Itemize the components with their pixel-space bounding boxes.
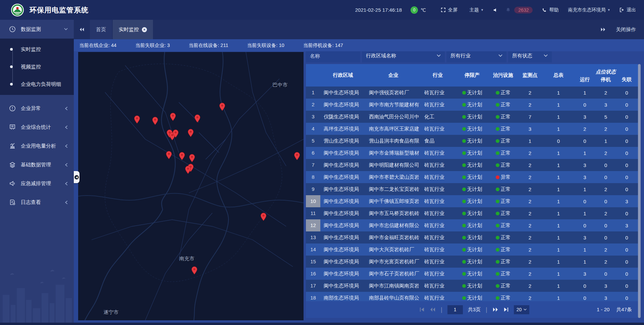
close-operations-button[interactable]: 关闭操作 — [616, 26, 636, 33]
map-pin[interactable] — [152, 117, 158, 125]
status-text: 正常 — [501, 259, 511, 264]
table-row[interactable]: 14阆中生态环境局阆中大兴页岩机砖厂砖瓦行业无计划正常21120 — [306, 243, 638, 256]
status-text: 无计划 — [467, 102, 482, 107]
notifications-button[interactable]: 2632 — [506, 7, 533, 13]
tab-label: 实时监控 — [119, 26, 139, 33]
status-text: 无计划 — [467, 162, 482, 168]
sidebar-group-1[interactable]: 企业异常 — [0, 99, 74, 118]
status-dot-ok-icon — [496, 272, 499, 276]
cell-industry: 砖瓦行业 — [421, 174, 454, 180]
city-skyline-decoration — [0, 265, 74, 325]
table-row[interactable]: 3仪陇生态环境局西南油气田分公司川中化工无计划正常71350 — [306, 111, 638, 123]
chevron-left-icon — [65, 125, 68, 129]
first-page-button[interactable] — [419, 307, 425, 312]
table-row[interactable]: 16阆中生态环境局阆中市石子页岩机砖厂砖瓦行业无计划正常21300 — [306, 268, 638, 280]
theme-dropdown[interactable]: 主题 ▾ — [470, 7, 483, 13]
status-text: 无计划 — [467, 90, 482, 95]
sidebar-group-6[interactable]: 日志查看 — [0, 193, 74, 212]
status-dot-ok-icon — [462, 151, 466, 155]
map-pin[interactable] — [134, 115, 140, 124]
sidebar-item-企业电力负荷明细[interactable]: 企业电力负荷明细 — [0, 75, 74, 93]
map-pin[interactable] — [179, 152, 185, 160]
map-pin[interactable] — [189, 154, 195, 162]
sidebar-item-视频监控[interactable]: 视频监控 — [0, 58, 74, 75]
table-row[interactable]: 2阆中生态环境局阆中市南方节能建材有砖瓦行业无计划正常21030 — [306, 99, 638, 111]
page-size-select[interactable]: 20 — [514, 305, 530, 314]
tab-首页[interactable]: 首页 — [90, 20, 112, 39]
cell-total-meters: 1 — [543, 102, 574, 108]
sidebar-submenu: 实时监控视频监控企业电力负荷明细 — [0, 39, 74, 95]
sidebar-group-0[interactable]: 数据监测 — [0, 20, 74, 39]
prev-page-button[interactable] — [430, 307, 436, 312]
cell-company: 阆中千佛镇五郎垭页岩 — [366, 198, 421, 205]
map-panel[interactable]: 巴中市南充市遂宁市 — [78, 52, 304, 320]
help-button[interactable]: 帮助 — [542, 7, 558, 13]
table-row[interactable]: 6阆中生态环境局阆中市金博瑞新型墙材砖瓦行业无计划正常21120 — [306, 147, 638, 159]
sidebar-item-实时监控[interactable]: 实时监控 — [0, 41, 74, 58]
app-window: 环保用电监管系统 2021-02-25 17:46:18 0 ℃ 全屏 主题 ▾… — [0, 0, 644, 325]
cell-pollution-facility: 正常 — [490, 283, 517, 289]
cell-region: 仪陇生态环境局 — [320, 114, 366, 120]
cell-industry: 砖瓦行业 — [421, 186, 454, 193]
sidebar-group-label: 基础数据管理 — [21, 162, 51, 168]
map-pin[interactable] — [172, 129, 179, 138]
cell-region: 阆中生态环境局 — [320, 90, 366, 96]
status-text: 正常 — [501, 186, 511, 192]
table-row[interactable]: 15阆中生态环境局阆中市光富页岩机砖厂砖瓦行业无计划正常21120 — [306, 256, 638, 268]
next-page-button[interactable] — [492, 307, 498, 312]
row-number: 6 — [306, 147, 320, 159]
bar-chart-icon — [9, 142, 16, 150]
close-icon[interactable]: × — [142, 27, 147, 32]
table-row[interactable]: 11阆中生态环境局阆中市五马桥页岩机砖砖瓦行业无计划正常21120 — [306, 207, 638, 219]
map-pin[interactable] — [294, 152, 300, 160]
sound-mute-button[interactable] — [493, 8, 498, 12]
status-dot-ok-icon — [462, 187, 466, 191]
map-pin[interactable] — [185, 166, 191, 174]
cell-industry: 砖瓦行业 — [421, 247, 454, 253]
user-org-dropdown[interactable]: 南充市生态环境局 ▾ — [568, 7, 610, 13]
cell-running: 1 — [574, 90, 596, 96]
tabs-scroll-right-button[interactable] — [600, 27, 606, 32]
fullscreen-button[interactable]: 全屏 — [441, 7, 458, 13]
table-row[interactable]: 5营山生态环境局营山县润丰肉食品有限食品无计划正常10010 — [306, 135, 638, 147]
row-number: 11 — [306, 207, 320, 219]
cell-monitor-points: 3 — [517, 126, 543, 132]
map-pin[interactable] — [187, 129, 194, 137]
map-pin[interactable] — [194, 114, 201, 123]
table-row[interactable]: 9阆中生态环境局阆中市二龙长宝页岩砖砖瓦行业无计划正常21120 — [306, 183, 638, 195]
table-scrollbar[interactable] — [638, 64, 641, 318]
cell-pollution-facility: 正常 — [490, 234, 517, 241]
cell-stopped: 3 — [596, 102, 615, 108]
map-pin[interactable] — [219, 103, 225, 111]
sidebar-group-5[interactable]: 应急减排管理 — [0, 174, 74, 193]
table-row[interactable]: 10阆中生态环境局阆中千佛镇五郎垭页岩砖瓦行业无计划正常21003 — [306, 195, 638, 207]
table-row[interactable]: 8阆中生态环境局阆中市枣碧大梁山页岩砖瓦行业无计划异常21300 — [306, 171, 638, 183]
table-row[interactable]: 7阆中生态环境局阆中明阳建材有限公司砖瓦行业无计划正常21300 — [306, 159, 638, 171]
cell-monitor-points: 2 — [517, 174, 543, 180]
table-row[interactable]: 4高坪生态环境局南充市高坪区王家店建砖瓦行业无计划正常31220 — [306, 123, 638, 135]
cell-limit-production: 无计划 — [454, 234, 490, 241]
tabs-scroll-left-button[interactable] — [74, 20, 90, 39]
page-number-input[interactable] — [447, 305, 463, 314]
sidebar-collapse-handle[interactable]: ◀ — [74, 171, 79, 183]
table-row[interactable]: 17阆中生态环境局阆中市江南镇阆南页岩砖瓦行业无计划正常21030 — [306, 280, 638, 292]
table-row[interactable]: 12阆中生态环境局阆中市忠信建材有限公砖瓦行业无计划正常21003 — [306, 219, 638, 231]
map-pin[interactable] — [260, 213, 267, 221]
status-dot-ok-icon — [496, 212, 499, 215]
last-page-button[interactable] — [503, 307, 509, 312]
table-row[interactable]: 1阆中生态环境局阆中强锐页岩砖厂砖瓦行业无计划正常21120 — [306, 87, 638, 99]
tab-实时监控[interactable]: 实时监控× — [113, 20, 153, 39]
sidebar-group-2[interactable]: 企业综合统计 — [0, 118, 74, 137]
cell-company: 阆中大兴页岩机砖厂 — [366, 247, 421, 253]
cell-running: 0 — [574, 102, 596, 108]
map-pin[interactable] — [170, 113, 176, 121]
logout-button[interactable]: 退出 — [619, 7, 636, 13]
map-pin[interactable] — [191, 266, 198, 275]
cell-total-meters: 1 — [543, 295, 574, 301]
table-row[interactable]: 18南部生态环境局南部县砖华山页有限公砖瓦行业无计划正常21030 — [306, 292, 638, 301]
map-pin[interactable] — [166, 151, 172, 159]
status-dot-ok-icon — [496, 260, 499, 264]
sidebar-group-4[interactable]: 基础数据管理 — [0, 155, 74, 174]
table-row[interactable]: 13阆中生态环境局阆中市金福旺页岩机砖砖瓦行业无计划正常21300 — [306, 231, 638, 243]
sidebar-group-3[interactable]: 企业用电量分析 — [0, 137, 74, 155]
